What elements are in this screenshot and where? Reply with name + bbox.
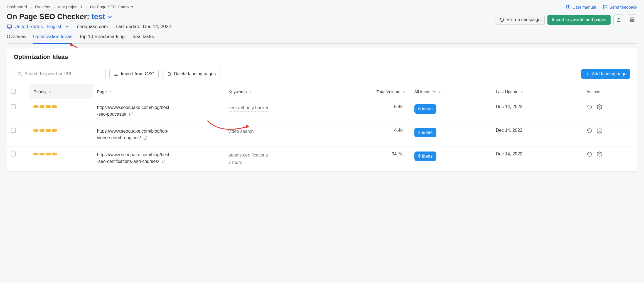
send-feedback-link[interactable]: Send feedback <box>603 4 637 9</box>
select-all-checkbox[interactable] <box>11 89 16 94</box>
import-gsc-button[interactable]: Import from GSC <box>109 69 159 79</box>
delete-pages-label: Delete landing pages <box>174 71 216 76</box>
svg-point-4 <box>599 130 600 131</box>
rerun-campaign-button[interactable]: Re-run campaign <box>495 15 545 25</box>
ideas-badge[interactable]: 6 ideas <box>414 104 437 114</box>
gear-icon <box>630 17 635 22</box>
gear-icon[interactable] <box>597 128 602 133</box>
export-button[interactable] <box>613 14 624 25</box>
import-keywords-button[interactable]: Import keywords and pages <box>547 15 611 25</box>
import-gsc-label: Import from GSC <box>121 71 154 76</box>
plus-icon <box>585 72 589 76</box>
svg-rect-1 <box>8 25 12 28</box>
external-link-icon[interactable] <box>143 136 148 140</box>
external-link-icon[interactable] <box>129 112 133 117</box>
col-keywords[interactable]: Keywords <box>228 89 247 94</box>
col-page[interactable]: Page <box>97 89 107 94</box>
chevron-right-icon: › <box>30 5 32 9</box>
volume-cell: 5.4k <box>338 99 411 123</box>
chevron-right-icon: › <box>85 5 87 9</box>
gear-icon[interactable] <box>597 104 602 110</box>
user-manual-link[interactable]: User manual <box>566 4 596 9</box>
breadcrumb-projects[interactable]: Projects <box>35 4 50 9</box>
add-landing-page-label: Add landing page <box>592 71 626 76</box>
keyword-link[interactable]: seo authority hacker <box>228 104 269 112</box>
table-row: https://www.seoquake.com/blog/best-seo-p… <box>7 99 637 123</box>
page-url[interactable]: https://www.seoquake.com/blog/best-seo-c… <box>97 152 169 165</box>
delete-pages-button[interactable]: Delete landing pages <box>163 69 220 79</box>
refresh-icon[interactable] <box>587 104 592 110</box>
priority-bars <box>33 105 57 108</box>
optimization-ideas-card: Optimization Ideas Import from GSC Delet… <box>7 48 637 172</box>
page-url[interactable]: https://www.seoquake.com/blog/best-seo-p… <box>97 104 169 118</box>
gear-icon[interactable] <box>597 152 602 157</box>
chevron-down-icon <box>65 24 69 29</box>
book-icon <box>566 4 571 9</box>
locale-label: United States - English <box>14 24 63 29</box>
chevron-right-icon: › <box>53 5 55 9</box>
settings-button[interactable] <box>627 14 637 25</box>
row-checkbox[interactable] <box>11 152 16 157</box>
table-row: https://www.seoquake.com/blog/best-seo-c… <box>7 147 637 172</box>
refresh-icon[interactable] <box>587 128 592 133</box>
svg-point-2 <box>18 72 21 75</box>
trash-icon <box>167 71 172 76</box>
col-actions: Actions <box>587 89 600 94</box>
keyword-more-link[interactable]: 7 more <box>228 159 242 167</box>
last-update-cell: Dec 14, 2022 <box>492 123 583 147</box>
tab-optimization-ideas[interactable]: Optimization Ideas <box>33 32 72 44</box>
desktop-icon <box>7 24 12 29</box>
ideas-badge[interactable]: 2 ideas <box>414 128 437 137</box>
refresh-icon <box>499 17 504 22</box>
search-input[interactable] <box>24 71 102 76</box>
refresh-icon[interactable] <box>587 152 592 157</box>
row-checkbox[interactable] <box>11 104 16 109</box>
sort-icon[interactable] <box>249 90 253 94</box>
sort-icon[interactable] <box>521 90 525 94</box>
volume-cell: 94.7k <box>338 147 411 172</box>
page-url[interactable]: https://www.seoquake.com/blog/top-video-… <box>97 128 169 141</box>
col-priority[interactable]: Priority <box>33 89 46 94</box>
tab-benchmarking[interactable]: Top 10 Benchmarking <box>79 32 125 43</box>
send-feedback-label: Send feedback <box>609 5 637 9</box>
chevron-down-icon[interactable] <box>432 90 436 94</box>
ideas-table: Priority Page Keywords Total Volume All … <box>7 84 637 172</box>
breadcrumb-current: On Page SEO Checker <box>90 4 133 9</box>
card-title: Optimization Ideas <box>14 53 630 61</box>
locale-selector[interactable]: United States - English <box>7 24 69 29</box>
table-row: https://www.seoquake.com/blog/top-video-… <box>7 123 637 147</box>
page-title: On Page SEO Checker: <box>7 13 89 21</box>
col-update[interactable]: Last Update <box>496 89 518 94</box>
col-ideas[interactable]: All Ideas <box>414 89 431 94</box>
sort-icon[interactable] <box>49 90 53 94</box>
last-update-cell: Dec 14, 2022 <box>492 147 583 172</box>
keyword-link[interactable]: video search <box>228 128 254 135</box>
search-field-wrapper[interactable] <box>14 69 105 79</box>
tab-overview[interactable]: Overview <box>7 32 26 43</box>
breadcrumb: Dashboard › Projects › test project 3 › … <box>7 4 637 9</box>
sort-icon[interactable] <box>403 90 407 94</box>
add-landing-page-button[interactable]: Add landing page <box>581 69 630 79</box>
search-icon <box>17 71 22 76</box>
svg-point-0 <box>631 19 633 21</box>
breadcrumb-project[interactable]: test project 3 <box>58 4 82 9</box>
volume-cell: 4.4k <box>338 123 411 147</box>
priority-bars <box>33 129 57 132</box>
download-icon <box>114 71 119 76</box>
keyword-link[interactable]: google certifications <box>228 152 268 159</box>
row-checkbox[interactable] <box>11 128 16 133</box>
breadcrumb-dashboard[interactable]: Dashboard <box>7 4 27 9</box>
ideas-badge[interactable]: 6 ideas <box>414 152 437 161</box>
import-keywords-label: Import keywords and pages <box>552 17 606 22</box>
sort-icon[interactable] <box>109 90 113 94</box>
svg-point-3 <box>599 106 600 108</box>
last-update-cell: Dec 14, 2022 <box>492 99 583 123</box>
chevron-down-icon[interactable] <box>107 14 113 20</box>
page-title-project-link[interactable]: test <box>92 13 105 21</box>
external-link-icon[interactable] <box>161 160 166 164</box>
last-update-text: Last update: Dec 14, 2022 <box>116 24 171 29</box>
tabs: Overview Optimization Ideas Top 10 Bench… <box>7 32 637 44</box>
col-volume[interactable]: Total Volume <box>377 89 400 94</box>
sort-icon[interactable] <box>439 90 443 94</box>
tab-idea-tasks[interactable]: Idea Tasks <box>131 32 154 43</box>
